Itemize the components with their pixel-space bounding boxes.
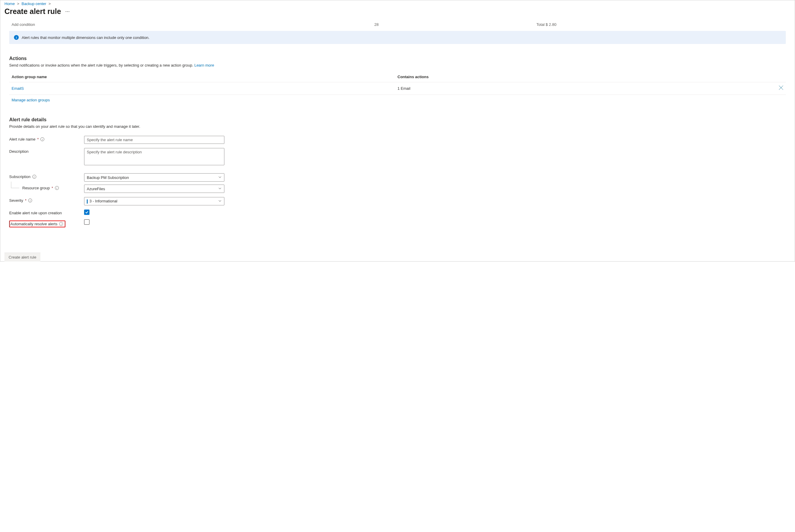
learn-more-link[interactable]: Learn more [194, 63, 214, 68]
details-section-desc: Provide details on your alert rule so th… [9, 124, 786, 129]
condition-row: Add condition 28 Total $ 2.80 [9, 21, 786, 31]
resource-group-select[interactable]: AzureFiles [84, 185, 224, 193]
breadcrumb: Home > Backup center > [0, 0, 795, 6]
chevron-right-icon: > [49, 1, 51, 6]
create-alert-rule-button[interactable]: Create alert rule [4, 253, 40, 262]
info-banner: i Alert rules that monitor multiple dime… [9, 31, 786, 44]
alert-rule-name-label: Alert rule name [9, 137, 35, 141]
severity-label: Severity [9, 198, 23, 203]
resource-group-label: Resource group [22, 186, 50, 190]
description-input[interactable] [84, 148, 224, 165]
manage-action-groups-link[interactable]: Manage action groups [12, 98, 50, 102]
severity-select[interactable]: 3 - Informational [84, 197, 224, 205]
remove-action-group-button[interactable] [779, 85, 783, 91]
breadcrumb-home[interactable]: Home [4, 1, 15, 6]
description-label: Description [9, 149, 29, 154]
severity-color-icon [87, 200, 88, 204]
actions-section-desc: Send notifications or invoke actions whe… [9, 63, 786, 68]
page-title: Create alert rule [4, 7, 61, 16]
auto-resolve-label: Automatically resolve alerts [11, 222, 57, 226]
auto-resolve-checkbox[interactable] [84, 219, 90, 225]
subscription-select[interactable]: Backup PM Subscription [84, 173, 224, 182]
chevron-down-icon [218, 187, 222, 191]
condition-count: 28 [375, 22, 536, 27]
info-icon[interactable]: i [28, 198, 32, 203]
required-indicator: * [37, 137, 39, 141]
enable-on-creation-checkbox[interactable] [84, 210, 90, 215]
chevron-right-icon: > [17, 1, 19, 6]
info-banner-text: Alert rules that monitor multiple dimens… [22, 35, 150, 40]
action-header-contains: Contains actions [398, 75, 772, 79]
action-group-contains: 1 Email [398, 86, 772, 91]
action-group-link[interactable]: EmailS [12, 86, 398, 91]
info-icon: i [14, 35, 19, 40]
info-icon[interactable]: i [55, 186, 59, 190]
enable-on-creation-label: Enable alert rule upon creation [9, 211, 62, 215]
chevron-down-icon [218, 175, 222, 180]
auto-resolve-highlight: Automatically resolve alerts i [9, 221, 65, 227]
action-header-name: Action group name [12, 75, 398, 79]
add-condition-link[interactable]: Add condition [12, 22, 375, 27]
info-icon[interactable]: i [40, 137, 44, 141]
subscription-label: Subscription [9, 174, 31, 179]
table-row: EmailS 1 Email [9, 82, 786, 95]
required-indicator: * [52, 186, 53, 190]
action-groups-table: Action group name Contains actions Email… [9, 72, 786, 105]
tree-connector-icon [11, 182, 19, 188]
breadcrumb-backup-center[interactable]: Backup center [22, 1, 46, 6]
details-section-title: Alert rule details [9, 117, 786, 122]
alert-rule-name-input[interactable] [84, 136, 224, 144]
required-indicator: * [25, 198, 26, 203]
info-icon[interactable]: i [32, 175, 36, 178]
info-icon[interactable]: i [59, 222, 63, 226]
actions-section-title: Actions [9, 56, 786, 61]
chevron-down-icon [218, 199, 222, 204]
more-menu-button[interactable]: ··· [65, 8, 70, 15]
condition-total: Total $ 2.80 [536, 22, 783, 27]
